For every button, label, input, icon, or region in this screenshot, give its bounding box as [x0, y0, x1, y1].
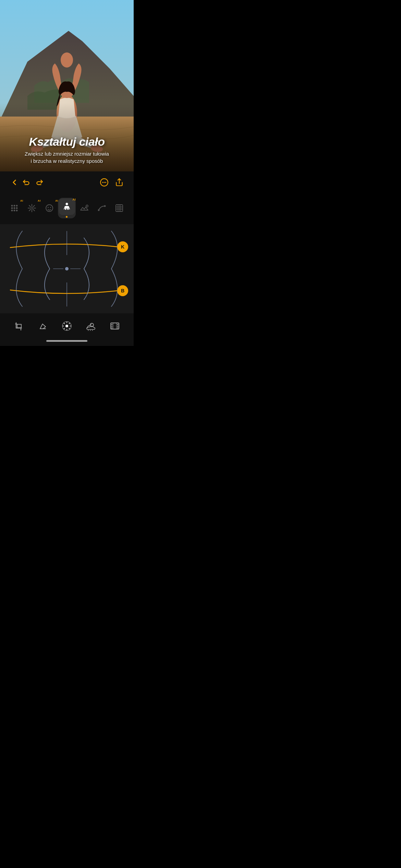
svg-point-19 [13, 210, 15, 212]
svg-line-55 [64, 328, 65, 329]
svg-rect-66 [117, 327, 118, 328]
adjust-button[interactable] [59, 318, 74, 334]
crop-button[interactable] [11, 318, 26, 334]
more-button[interactable] [98, 176, 110, 189]
film-icon [110, 321, 120, 331]
image-text-overlay: Kształtuj ciało Zwiększ lub zmniejsz roz… [0, 135, 134, 165]
dots-tool-icon [10, 203, 19, 213]
svg-line-54 [69, 323, 70, 324]
svg-point-3 [61, 52, 73, 68]
mesh-tool-icon [114, 203, 124, 213]
svg-point-13 [13, 205, 15, 207]
tool-mesh[interactable] [111, 198, 128, 218]
adjust-icon [61, 321, 72, 331]
tool-face[interactable]: AI [40, 198, 58, 218]
svg-rect-61 [111, 324, 112, 325]
svg-point-33 [65, 203, 68, 205]
badge-k: K [117, 241, 128, 252]
share-icon [115, 178, 124, 187]
svg-point-12 [11, 205, 13, 207]
tool-dots[interactable]: AI [5, 198, 23, 218]
svg-point-30 [46, 205, 53, 212]
svg-point-17 [16, 207, 17, 209]
redo-button[interactable] [33, 176, 45, 189]
weather-button[interactable] [83, 318, 98, 334]
image-title: Kształtuj ciało [7, 135, 127, 148]
tool-rays[interactable]: AI [23, 198, 40, 218]
weather-icon [86, 321, 96, 331]
svg-point-18 [11, 210, 13, 212]
erase-button[interactable] [35, 318, 50, 334]
warp-svg [0, 224, 134, 313]
svg-point-31 [48, 207, 49, 208]
more-icon [100, 178, 109, 187]
svg-point-14 [16, 205, 17, 207]
main-toolbar [0, 171, 134, 193]
undo-button[interactable] [21, 176, 33, 189]
tool-body[interactable]: AI [58, 198, 75, 218]
film-button[interactable] [107, 318, 122, 334]
svg-rect-63 [111, 327, 112, 328]
svg-point-15 [11, 207, 13, 209]
svg-line-28 [29, 209, 31, 211]
face-tool-icon [45, 203, 54, 213]
svg-point-10 [105, 182, 106, 183]
svg-line-25 [29, 205, 31, 207]
svg-line-27 [33, 205, 35, 207]
tool-landscape[interactable] [76, 198, 93, 218]
home-indicator [0, 337, 134, 346]
svg-rect-65 [117, 326, 118, 327]
back-button[interactable] [8, 176, 21, 189]
landscape-tool-icon [80, 203, 89, 213]
active-tool-dot [66, 216, 68, 218]
app-container: Kształtuj ciało Zwiększ lub zmniejsz roz… [0, 0, 134, 346]
erase-icon [38, 321, 48, 331]
svg-point-35 [98, 209, 100, 211]
rays-tool-icon [27, 203, 37, 213]
svg-line-59 [92, 330, 93, 331]
svg-point-20 [16, 210, 17, 212]
svg-point-36 [104, 205, 106, 207]
image-area: Kształtuj ciało Zwiększ lub zmniejsz roz… [0, 0, 134, 171]
svg-rect-62 [111, 326, 112, 327]
share-button[interactable] [113, 176, 125, 189]
badge-b: B [117, 285, 128, 296]
svg-point-44 [65, 267, 69, 270]
svg-point-29 [31, 207, 33, 209]
ai-badge-body: AI [72, 198, 76, 201]
image-subtitle: Zwiększ lub zmniejsz rozmiar tułowia i b… [7, 150, 127, 165]
svg-point-16 [13, 207, 15, 209]
svg-point-34 [86, 205, 88, 207]
svg-line-53 [69, 328, 70, 329]
bottom-toolbar [0, 313, 134, 337]
body-tool-icon [62, 202, 72, 212]
tool-curve[interactable] [93, 198, 111, 218]
svg-rect-64 [117, 324, 118, 325]
svg-point-47 [65, 325, 68, 327]
home-bar [46, 340, 87, 342]
svg-line-57 [88, 330, 88, 331]
tools-row: AI AI [0, 193, 134, 224]
svg-line-52 [64, 323, 65, 324]
svg-point-8 [102, 182, 103, 183]
curve-tool-icon [97, 203, 107, 213]
svg-line-58 [90, 330, 90, 331]
svg-line-26 [33, 209, 35, 211]
svg-rect-45 [17, 324, 21, 328]
svg-point-32 [50, 207, 51, 208]
svg-point-9 [104, 182, 105, 183]
crop-icon [14, 321, 24, 331]
warp-area[interactable]: K B [0, 224, 134, 313]
